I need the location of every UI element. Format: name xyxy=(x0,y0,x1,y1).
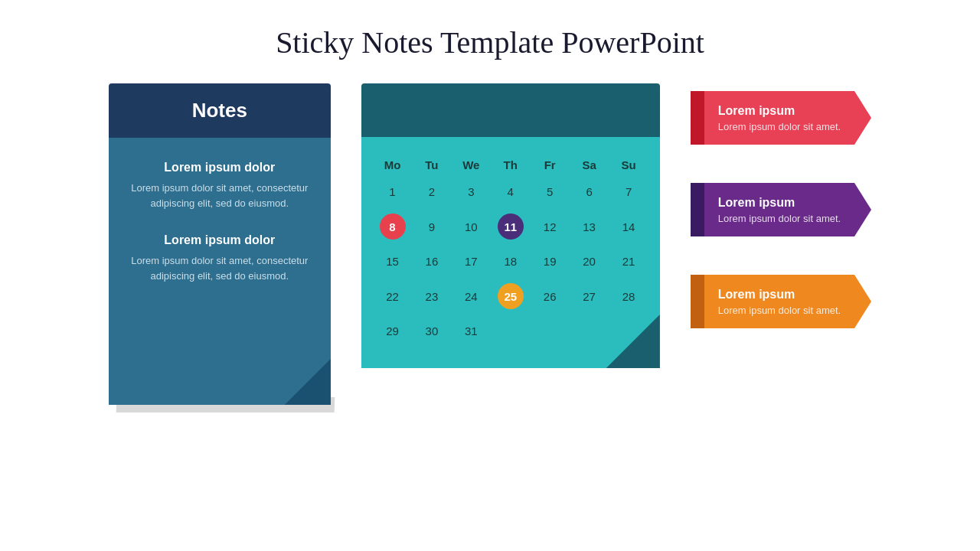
calendar-day: 15 xyxy=(373,247,412,276)
tag-text-red: Lorem ipsum dolor sit amet. xyxy=(718,121,841,132)
tag-title-orange: Lorem ipsum xyxy=(718,288,841,302)
calendar-day: 13 xyxy=(570,206,609,247)
tag-body-orange: Lorem ipsum Lorem ipsum dolor sit amet. xyxy=(704,275,854,328)
calendar-day: 5 xyxy=(530,178,569,206)
calendar-header-row: Mo Tu We Th Fr Sa Su xyxy=(373,152,648,178)
calendar-row: 1234567 xyxy=(373,178,648,206)
calendar-day xyxy=(530,317,569,345)
cal-th-fr: Fr xyxy=(530,152,569,178)
tag-title-red: Lorem ipsum xyxy=(718,104,841,118)
cal-th-su: Su xyxy=(609,152,648,178)
tag-arrow-purple xyxy=(854,183,871,236)
calendar-day: 1 xyxy=(373,178,412,206)
tag-item-orange: Lorem ipsum Lorem ipsum dolor sit amet. xyxy=(691,275,871,328)
tag-arrow-red xyxy=(854,91,871,145)
tag-text-purple: Lorem ipsum dolor sit amet. xyxy=(718,213,841,224)
calendar-day: 8 xyxy=(373,206,412,247)
calendar-day: 7 xyxy=(609,178,648,206)
calendar-grid: Mo Tu We Th Fr Sa Su 1234567891011121314… xyxy=(373,152,648,345)
notes-header-text: Notes xyxy=(192,99,247,122)
page-title: Sticky Notes Template PowerPoint xyxy=(0,0,980,83)
cal-th-we: We xyxy=(452,152,491,178)
calendar-day: 21 xyxy=(609,247,648,276)
calendar-day: 23 xyxy=(412,276,451,317)
tag-text-orange: Lorem ipsum dolor sit amet. xyxy=(718,305,841,316)
notes-item-2: Lorem ipsum dolor Lorem ipsum dolor sit … xyxy=(128,233,312,283)
tag-item-purple: Lorem ipsum Lorem ipsum dolor sit amet. xyxy=(691,183,871,236)
calendar-day: 24 xyxy=(452,276,491,317)
calendar-row: 15161718192021 xyxy=(373,247,648,276)
tag-accent-orange xyxy=(691,275,704,328)
tag-accent-red xyxy=(691,91,704,145)
calendar-day: 26 xyxy=(530,276,569,317)
calendar-day: 18 xyxy=(491,247,530,276)
cal-th-tu: Tu xyxy=(412,152,451,178)
calendar-day: 19 xyxy=(530,247,569,276)
calendar-day: 11 xyxy=(491,206,530,247)
tag-body-purple: Lorem ipsum Lorem ipsum dolor sit amet. xyxy=(704,183,854,236)
calendar-body: Mo Tu We Th Fr Sa Su 1234567891011121314… xyxy=(361,137,660,368)
calendar-header xyxy=(361,83,660,137)
calendar-day: 2 xyxy=(412,178,451,206)
calendar-day: 9 xyxy=(412,206,451,247)
calendar-day: 10 xyxy=(452,206,491,247)
calendar-day: 4 xyxy=(491,178,530,206)
calendar-day: 29 xyxy=(373,317,412,345)
calendar-row: 293031 xyxy=(373,317,648,345)
calendar-day: 22 xyxy=(373,276,412,317)
calendar-card: Mo Tu We Th Fr Sa Su 1234567891011121314… xyxy=(361,83,660,405)
notes-header: Notes xyxy=(109,83,331,138)
calendar-day: 31 xyxy=(452,317,491,345)
calendar-day: 16 xyxy=(412,247,451,276)
calendar-day: 3 xyxy=(452,178,491,206)
main-content: Notes Lorem ipsum dolor Lorem ipsum dolo… xyxy=(0,83,980,405)
calendar-day xyxy=(570,317,609,345)
calendar-row: 891011121314 xyxy=(373,206,648,247)
cal-th-sa: Sa xyxy=(570,152,609,178)
cal-th-mo: Mo xyxy=(373,152,412,178)
calendar-day: 27 xyxy=(570,276,609,317)
tag-body-red: Lorem ipsum Lorem ipsum dolor sit amet. xyxy=(704,91,854,145)
calendar-day: 12 xyxy=(530,206,569,247)
notes-item-1-title: Lorem ipsum dolor xyxy=(128,161,312,174)
cal-th-th: Th xyxy=(491,152,530,178)
calendar-day: 28 xyxy=(609,276,648,317)
calendar-day: 20 xyxy=(570,247,609,276)
notes-item-1: Lorem ipsum dolor Lorem ipsum dolor sit … xyxy=(128,161,312,210)
calendar-day xyxy=(491,317,530,345)
notes-card: Notes Lorem ipsum dolor Lorem ipsum dolo… xyxy=(109,83,331,405)
calendar-row: 22232425262728 xyxy=(373,276,648,317)
notes-item-1-text: Lorem ipsum dolor sit amet, consectetur … xyxy=(128,181,312,210)
tag-accent-purple xyxy=(691,183,704,236)
notes-body: Lorem ipsum dolor Lorem ipsum dolor sit … xyxy=(109,138,331,405)
calendar-day: 14 xyxy=(609,206,648,247)
calendar-day: 30 xyxy=(412,317,451,345)
notes-item-2-text: Lorem ipsum dolor sit amet, consectetur … xyxy=(128,253,312,283)
calendar-body-rows: 1234567891011121314151617181920212223242… xyxy=(373,178,648,345)
tag-arrow-orange xyxy=(854,275,871,328)
tag-item-red: Lorem ipsum Lorem ipsum dolor sit amet. xyxy=(691,91,871,145)
calendar-day: 25 xyxy=(491,276,530,317)
tags-panel: Lorem ipsum Lorem ipsum dolor sit amet. … xyxy=(691,83,871,328)
tag-title-purple: Lorem ipsum xyxy=(718,196,841,210)
notes-item-2-title: Lorem ipsum dolor xyxy=(128,233,312,247)
calendar-day: 17 xyxy=(452,247,491,276)
calendar-day: 6 xyxy=(570,178,609,206)
